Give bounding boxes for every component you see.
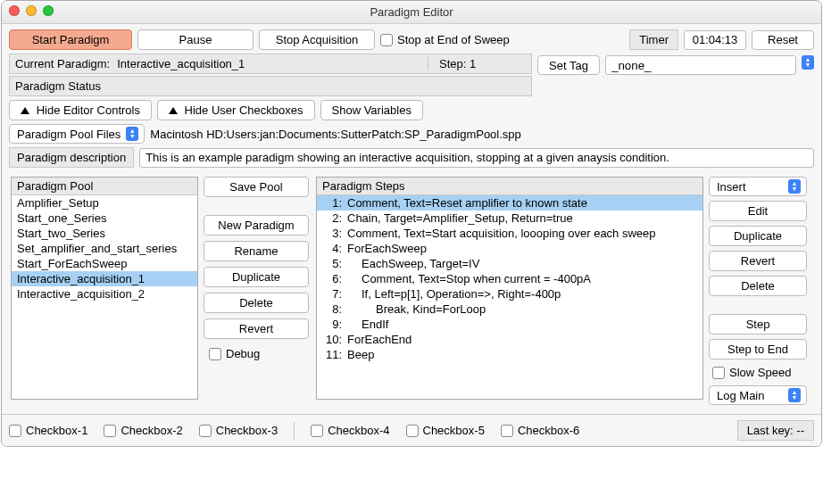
paradigm-status-bar: Paradigm Status [9, 76, 532, 96]
current-step: Step: 1 [428, 57, 526, 70]
main-area: Paradigm Pool Amplifier_SetupStart_one_S… [9, 171, 814, 407]
start-paradigm-button[interactable]: Start Paradigm [9, 29, 132, 50]
step-to-end-button[interactable]: Step to End [709, 339, 807, 359]
step-row[interactable]: 4:ForEachSweep [317, 241, 702, 256]
step-row[interactable]: 2:Chain, Target=Amplifier_Setup, Return=… [317, 211, 702, 226]
top-toolbar: Start Paradigm Pause Stop Acquisition St… [9, 29, 814, 50]
hide-user-checkboxes-button[interactable]: Hide User Checkboxes [157, 100, 315, 120]
checkbox-icon [209, 348, 221, 360]
save-pool-button[interactable]: Save Pool [204, 177, 309, 197]
pool-file-path: Macintosh HD:Users:jan:Documents:SutterP… [150, 128, 520, 141]
insert-select[interactable]: Insert ▲▼ [709, 177, 807, 196]
paradigm-steps-list[interactable]: Paradigm Steps 1:Comment, Text=Reset amp… [316, 177, 703, 400]
show-variables-button[interactable]: Show Variables [320, 100, 423, 120]
pool-item[interactable]: Interactive_acquisition_2 [12, 286, 197, 302]
step-row[interactable]: 6:Comment, Text=Stop when current = -400… [317, 271, 702, 286]
zoom-icon[interactable] [43, 5, 54, 16]
duplicate-button[interactable]: Duplicate [204, 267, 309, 287]
pool-button-column: Save Pool New Paradigm Rename Duplicate … [204, 177, 311, 405]
last-key-display: Last key: -- [737, 420, 814, 441]
close-icon[interactable] [9, 5, 20, 16]
set-tag-button[interactable]: Set Tag [537, 55, 600, 75]
delete-step-button[interactable]: Delete [709, 276, 807, 296]
checkbox-5[interactable]: Checkbox-5 [406, 424, 485, 437]
titlebar: Paradigm Editor [2, 1, 821, 24]
edit-step-button[interactable]: Edit [709, 201, 807, 221]
new-paradigm-button[interactable]: New Paradigm [204, 215, 309, 235]
step-row[interactable]: 11:Beep [317, 347, 702, 362]
checkbox-2[interactable]: Checkbox-2 [104, 424, 182, 437]
minimize-icon[interactable] [26, 5, 37, 16]
step-row[interactable]: 8:Break, Kind=ForLoop [317, 302, 702, 317]
window-title: Paradigm Editor [370, 5, 453, 19]
duplicate-step-button[interactable]: Duplicate [709, 226, 807, 246]
chevron-updown-icon: ▲▼ [788, 179, 801, 194]
pool-item[interactable]: Start_two_Series [12, 226, 197, 241]
delete-button[interactable]: Delete [204, 293, 309, 313]
pool-item[interactable]: Start_ForEachSweep [12, 256, 197, 271]
slow-speed-checkbox[interactable]: Slow Speed [709, 364, 812, 381]
step-row[interactable]: 9:EndIf [317, 317, 702, 332]
step-button-column: Insert ▲▼ Edit Duplicate Revert Delete S… [709, 177, 812, 405]
description-field[interactable] [139, 148, 814, 168]
hide-editor-controls-button[interactable]: Hide Editor Controls [9, 100, 152, 120]
chevron-updown-icon: ▲▼ [126, 127, 138, 141]
stop-acquisition-button[interactable]: Stop Acquisition [259, 29, 375, 50]
triangle-up-icon [21, 107, 29, 114]
reset-button[interactable]: Reset [752, 30, 814, 50]
step-row[interactable]: 1:Comment, Text=Reset amplifier to known… [317, 195, 702, 211]
current-paradigm-bar: Current Paradigm: Interactive_acquisitio… [9, 54, 532, 74]
step-row[interactable]: 10:ForEachEnd [317, 332, 702, 347]
bottom-bar: Checkbox-1 Checkbox-2 Checkbox-3 Checkbo… [2, 414, 821, 446]
tag-dropdown-icon[interactable]: ▲▼ [802, 55, 814, 70]
pool-item[interactable]: Amplifier_Setup [12, 195, 197, 211]
checkbox-1[interactable]: Checkbox-1 [9, 424, 87, 437]
window-controls [9, 5, 54, 16]
revert-button[interactable]: Revert [204, 318, 309, 339]
checkbox-4[interactable]: Checkbox-4 [311, 424, 389, 437]
triangle-up-icon [169, 107, 178, 114]
stop-end-sweep-checkbox[interactable]: Stop at End of Sweep [380, 33, 510, 46]
paradigm-pool-header: Paradigm Pool [12, 178, 197, 195]
rename-button[interactable]: Rename [204, 241, 309, 261]
pool-item[interactable]: Interactive_acquisition_1 [12, 271, 197, 286]
paradigm-pool-files-select[interactable]: Paradigm Pool Files ▲▼ [9, 124, 145, 144]
revert-step-button[interactable]: Revert [709, 251, 807, 271]
paradigm-pool-list[interactable]: Paradigm Pool Amplifier_SetupStart_one_S… [11, 177, 198, 400]
checkbox-icon [380, 34, 393, 46]
timer-value: 01:04:13 [684, 30, 746, 50]
step-row[interactable]: 5:EachSweep, Target=IV [317, 256, 702, 271]
step-button[interactable]: Step [709, 314, 807, 335]
step-row[interactable]: 3:Comment, Text=Start acquisition, looop… [317, 226, 702, 241]
step-row[interactable]: 7:If, Left=p[1], Operation=>, Right=-400… [317, 286, 702, 302]
pool-item[interactable]: Set_amplifier_and_start_series [12, 241, 197, 256]
checkbox-icon [712, 367, 725, 379]
pause-button[interactable]: Pause [137, 29, 254, 50]
chevron-updown-icon: ▲▼ [788, 388, 801, 402]
log-main-select[interactable]: Log Main ▲▼ [709, 385, 807, 405]
debug-checkbox[interactable]: Debug [204, 344, 311, 363]
timer-label: Timer [629, 29, 678, 50]
description-label: Paradigm description [9, 147, 134, 168]
checkbox-3[interactable]: Checkbox-3 [199, 424, 278, 437]
tag-input[interactable] [605, 55, 796, 75]
paradigm-editor-window: Paradigm Editor Start Paradigm Pause Sto… [1, 0, 822, 447]
current-paradigm-name: Interactive_acquisition_1 [117, 57, 245, 70]
paradigm-steps-header: Paradigm Steps [317, 178, 702, 195]
checkbox-6[interactable]: Checkbox-6 [501, 424, 579, 437]
pool-item[interactable]: Start_one_Series [12, 211, 197, 226]
